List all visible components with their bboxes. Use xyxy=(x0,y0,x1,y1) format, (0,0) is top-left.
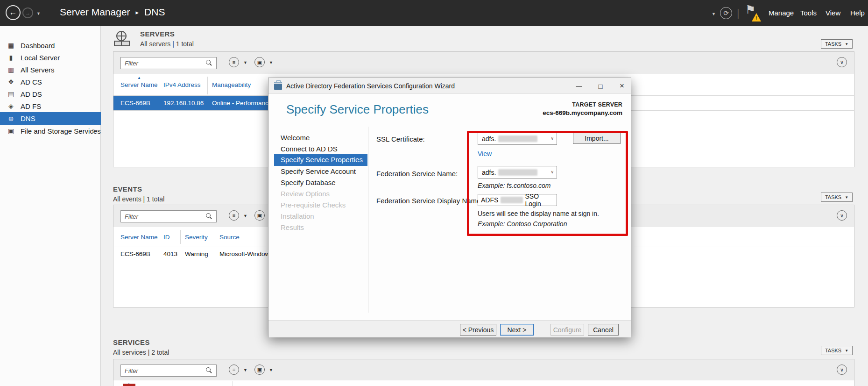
breadcrumb-root[interactable]: Server Manager xyxy=(60,7,130,18)
save-view-caret-icon[interactable]: ▼ xyxy=(269,368,273,372)
ad-fs-icon: ◈ xyxy=(7,102,15,110)
caret-down-icon: ▼ xyxy=(845,42,848,46)
event-server-cell[interactable]: ECS-669B xyxy=(120,250,150,257)
menu-manage[interactable]: Manage xyxy=(769,9,794,17)
services-tasks-button[interactable]: TASKS ▼ xyxy=(821,346,853,355)
list-view-caret-icon[interactable]: ▼ xyxy=(243,60,247,65)
collapse-icon: ∨ xyxy=(840,59,844,65)
back-icon[interactable]: ← xyxy=(6,5,21,20)
events-col-severity[interactable]: Severity xyxy=(185,234,208,241)
highlight-rectangle xyxy=(467,131,628,236)
column-separator xyxy=(180,230,181,244)
topbar-divider: | xyxy=(737,7,740,19)
next-button[interactable]: Next > xyxy=(500,324,534,336)
events-list-view-button[interactable]: ≡ xyxy=(229,210,239,221)
cancel-button[interactable]: Cancel xyxy=(588,324,619,336)
sidebar-item-file-storage[interactable]: ▣ File and Storage Services ▷ xyxy=(0,125,101,137)
ad-cs-icon: ❖ xyxy=(7,78,15,86)
notification-flag-icon[interactable]: ⚑ ! xyxy=(745,3,767,24)
servers-save-view-button[interactable]: ▣ xyxy=(254,57,265,67)
column-separator xyxy=(159,230,159,244)
events-filter-input[interactable] xyxy=(120,210,217,222)
breadcrumb-separator-icon: ▸ xyxy=(136,9,139,16)
maximize-button[interactable]: □ xyxy=(593,80,608,92)
ipv4-cell: 192.168.10.86 xyxy=(163,100,204,107)
save-view-caret-icon[interactable]: ▼ xyxy=(269,60,273,65)
menu-tools[interactable]: Tools xyxy=(800,9,817,17)
events-panel-title: EVENTS xyxy=(113,185,142,193)
nav-history-caret-icon[interactable]: ▼ xyxy=(36,11,41,16)
sidebar-item-ad-fs[interactable]: ◈ AD FS xyxy=(0,100,101,112)
sort-asc-icon: ▲ xyxy=(137,76,141,80)
collapse-icon: ∨ xyxy=(840,367,844,373)
dns-icon: ⊕ xyxy=(7,115,15,122)
wizard-step-connect-ad-ds[interactable]: Connect to AD DS xyxy=(274,143,367,155)
nav-separator xyxy=(368,127,368,313)
wizard-step-database[interactable]: Specify Database xyxy=(274,177,367,188)
list-view-caret-icon[interactable]: ▼ xyxy=(243,368,247,372)
column-separator xyxy=(215,230,215,244)
events-collapse-button[interactable]: ∨ xyxy=(837,210,847,221)
caret-down-icon: ▼ xyxy=(845,349,848,353)
sidebar-item-dns[interactable]: ⊕ DNS xyxy=(0,112,101,125)
sidebar-item-ad-cs[interactable]: ❖ AD CS xyxy=(0,76,101,88)
list-view-icon: ≡ xyxy=(233,213,235,218)
menu-help[interactable]: Help xyxy=(850,9,865,17)
save-view-icon: ▣ xyxy=(257,59,262,65)
sidebar-item-label: AD CS xyxy=(21,78,42,86)
events-tasks-button[interactable]: TASKS ▼ xyxy=(821,193,853,202)
events-col-id[interactable]: ID xyxy=(163,234,170,241)
sidebar-item-label: DNS xyxy=(21,114,35,122)
close-icon: × xyxy=(620,81,624,91)
services-collapse-button[interactable]: ∨ xyxy=(837,365,847,375)
events-save-view-button[interactable]: ▣ xyxy=(254,210,265,221)
servers-collapse-button[interactable]: ∨ xyxy=(837,57,847,67)
minimize-button[interactable]: — xyxy=(571,80,587,92)
save-view-icon: ▣ xyxy=(257,213,262,219)
service-status-bar xyxy=(123,384,135,386)
column-separator xyxy=(233,381,233,386)
sidebar-item-dashboard[interactable]: ▦ Dashboard xyxy=(0,39,101,51)
servers-filter-input[interactable] xyxy=(120,57,217,69)
servers-col-server-name[interactable]: Server Name xyxy=(120,81,158,88)
previous-button[interactable]: < Previous xyxy=(460,324,496,336)
list-view-icon: ≡ xyxy=(233,367,235,372)
close-button[interactable]: × xyxy=(614,80,630,92)
wizard-step-welcome[interactable]: Welcome xyxy=(274,132,367,143)
refresh-icon[interactable]: ⟳ xyxy=(720,7,732,19)
event-severity-cell: Warning xyxy=(185,250,208,257)
list-view-icon: ≡ xyxy=(233,59,235,65)
services-list-view-button[interactable]: ≡ xyxy=(229,365,239,375)
refresh-glyph: ⟳ xyxy=(723,9,729,17)
server-base-glyph xyxy=(114,41,130,46)
servers-col-manageability[interactable]: Manageability xyxy=(212,81,251,88)
servers-col-ipv4[interactable]: IPv4 Address xyxy=(163,81,201,88)
events-col-server-name[interactable]: Server Name xyxy=(120,234,158,241)
events-col-source[interactable]: Source xyxy=(219,234,240,241)
search-icon xyxy=(205,60,212,66)
menu-view[interactable]: View xyxy=(826,9,840,17)
local-server-icon: ▮ xyxy=(7,54,15,61)
list-view-caret-icon[interactable]: ▼ xyxy=(243,214,247,218)
forward-arrow-glyph: → xyxy=(25,10,31,16)
server-manager-window: ← → ▼ Server Manager ▸ DNS ▼ ⟳ | ⚑ ! Man… xyxy=(0,0,868,386)
services-table-area xyxy=(113,380,854,386)
sidebar-item-local-server[interactable]: ▮ Local Server xyxy=(0,51,101,64)
services-filter-input[interactable] xyxy=(120,365,217,377)
servers-tasks-button[interactable]: TASKS ▼ xyxy=(821,39,853,49)
column-separator xyxy=(207,77,208,94)
maximize-icon: □ xyxy=(598,82,602,90)
sidebar-item-ad-ds[interactable]: ▤ AD DS xyxy=(0,88,101,100)
wizard-step-prerequisite-checks: Pre-requisite Checks xyxy=(274,200,367,211)
event-id-cell: 4013 xyxy=(163,250,177,257)
breadcrumb: Server Manager ▸ DNS xyxy=(60,7,165,18)
sidebar-item-all-servers[interactable]: ▥ All Servers xyxy=(0,64,101,76)
notifications-caret-icon[interactable]: ▼ xyxy=(712,12,716,16)
back-arrow-glyph: ← xyxy=(9,8,17,17)
wizard-step-service-properties[interactable]: Specify Service Properties xyxy=(274,154,367,166)
servers-list-view-button[interactable]: ≡ xyxy=(229,57,239,67)
services-save-view-button[interactable]: ▣ xyxy=(254,365,265,375)
wizard-step-service-account[interactable]: Specify Service Account xyxy=(274,166,367,177)
expand-right-icon[interactable]: ▷ xyxy=(93,128,97,134)
column-separator xyxy=(159,381,159,386)
